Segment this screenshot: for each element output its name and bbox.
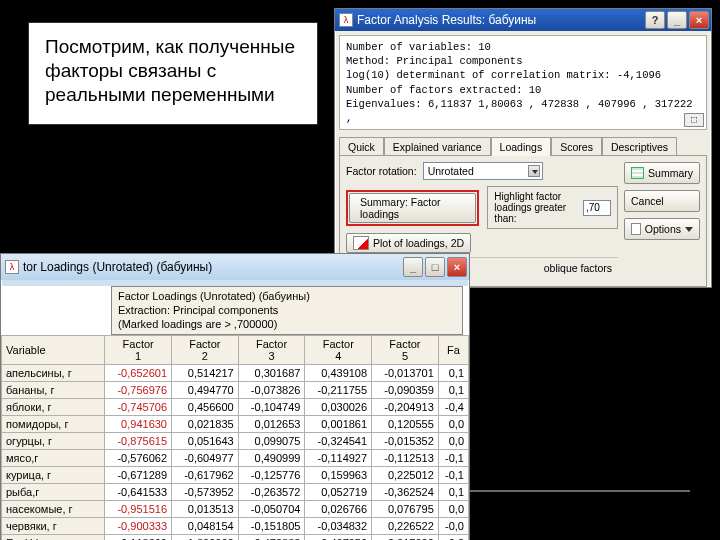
- cell[interactable]: -0,617962: [172, 467, 239, 484]
- cell[interactable]: -0,204913: [372, 399, 439, 416]
- cell[interactable]: -0,034832: [305, 518, 372, 535]
- cell[interactable]: 1,800062: [172, 535, 239, 540]
- table-row[interactable]: мясо,г-0,576062-0,6049770,490999-0,11492…: [2, 450, 469, 467]
- table-row[interactable]: курица, г-0,671289-0,617962-0,1257760,15…: [2, 467, 469, 484]
- cell[interactable]: 0,514217: [172, 365, 239, 382]
- cell[interactable]: 0,001861: [305, 416, 372, 433]
- cell[interactable]: -0,362524: [372, 484, 439, 501]
- cell[interactable]: -0,263572: [238, 484, 305, 501]
- cell[interactable]: 0,120555: [372, 416, 439, 433]
- cell[interactable]: 0,1: [438, 382, 468, 399]
- cell[interactable]: 0,1: [438, 484, 468, 501]
- tab-quick[interactable]: Quick: [339, 137, 384, 156]
- cell[interactable]: -0,756976: [105, 382, 172, 399]
- cell[interactable]: -0,015352: [372, 433, 439, 450]
- cell[interactable]: 0,439108: [305, 365, 372, 382]
- cell[interactable]: 0,494770: [172, 382, 239, 399]
- table-row[interactable]: Expl.Var6,1183691,8000620,4728880,407956…: [2, 535, 469, 540]
- table-row[interactable]: насекомые, г-0,9515160,013513-0,0507040,…: [2, 501, 469, 518]
- cell[interactable]: 0,941630: [105, 416, 172, 433]
- table-row[interactable]: червяки, г-0,9003330,048154-0,151805-0,0…: [2, 518, 469, 535]
- cell[interactable]: -0,324541: [305, 433, 372, 450]
- cell[interactable]: -0,151805: [238, 518, 305, 535]
- summary-button[interactable]: Summary: [624, 162, 700, 184]
- cell[interactable]: -0,0: [438, 518, 468, 535]
- help-button[interactable]: ?: [645, 11, 665, 29]
- info-line: Number of factors extracted: 10: [346, 83, 700, 97]
- cell[interactable]: 0,407956: [305, 535, 372, 540]
- maximize-button[interactable]: □: [425, 257, 445, 277]
- tab-explained-variance[interactable]: Explained variance: [384, 137, 491, 156]
- close-button[interactable]: ×: [447, 257, 467, 277]
- cell[interactable]: 0,472888: [238, 535, 305, 540]
- table-row[interactable]: бананы, г-0,7569760,494770-0,073826-0,21…: [2, 382, 469, 399]
- cell[interactable]: 0,021835: [172, 416, 239, 433]
- cell[interactable]: 0,301687: [238, 365, 305, 382]
- cell[interactable]: 0,456600: [172, 399, 239, 416]
- cell[interactable]: -0,112513: [372, 450, 439, 467]
- table-row[interactable]: апельсины, г-0,6526010,5142170,3016870,4…: [2, 365, 469, 382]
- cell[interactable]: 0,317222: [372, 535, 439, 540]
- tab-loadings[interactable]: Loadings: [491, 137, 552, 156]
- highlight-threshold-input[interactable]: [583, 200, 611, 216]
- cell[interactable]: -0,1: [438, 450, 468, 467]
- cell[interactable]: -0,013701: [372, 365, 439, 382]
- cell[interactable]: -0,745706: [105, 399, 172, 416]
- results-tabs: Quick Explained variance Loadings Scores…: [339, 136, 707, 155]
- cell[interactable]: 0,2: [438, 535, 468, 540]
- cell[interactable]: -0,4: [438, 399, 468, 416]
- rotation-combo[interactable]: Unrotated: [423, 162, 543, 180]
- table-row[interactable]: помидоры, г0,9416300,0218350,0126530,001…: [2, 416, 469, 433]
- tab-scores[interactable]: Scores: [551, 137, 602, 156]
- close-button[interactable]: ×: [689, 11, 709, 29]
- cell[interactable]: -0,604977: [172, 450, 239, 467]
- cell[interactable]: -0,875615: [105, 433, 172, 450]
- cell[interactable]: 0,0: [438, 501, 468, 518]
- cell[interactable]: 0,490999: [238, 450, 305, 467]
- cell[interactable]: 0,076795: [372, 501, 439, 518]
- cell[interactable]: -0,576062: [105, 450, 172, 467]
- table-row[interactable]: рыба,г-0,641533-0,573952-0,2635720,05271…: [2, 484, 469, 501]
- summary-factor-loadings-button[interactable]: Summary: Factor loadings: [349, 193, 476, 223]
- cell[interactable]: -0,1: [438, 467, 468, 484]
- cell[interactable]: -0,573952: [172, 484, 239, 501]
- cell[interactable]: -0,114927: [305, 450, 372, 467]
- minimize-button[interactable]: _: [667, 11, 687, 29]
- minimize-button[interactable]: _: [403, 257, 423, 277]
- cell[interactable]: -0,125776: [238, 467, 305, 484]
- cell[interactable]: 0,030026: [305, 399, 372, 416]
- cell[interactable]: 0,0: [438, 433, 468, 450]
- loadings-titlebar[interactable]: λ tor Loadings (Unrotated) (бабуины) _ □…: [1, 254, 469, 280]
- cell[interactable]: -0,671289: [105, 467, 172, 484]
- table-row[interactable]: яблоки, г-0,7457060,456600-0,1047490,030…: [2, 399, 469, 416]
- cell[interactable]: -0,900333: [105, 518, 172, 535]
- table-row[interactable]: огурцы, г-0,8756150,0516430,099075-0,324…: [2, 433, 469, 450]
- options-button[interactable]: Options: [624, 218, 700, 240]
- cell[interactable]: -0,104749: [238, 399, 305, 416]
- tab-descriptives[interactable]: Descriptives: [602, 137, 677, 156]
- cell[interactable]: 6,118369: [105, 535, 172, 540]
- cell[interactable]: 0,013513: [172, 501, 239, 518]
- cell[interactable]: -0,073826: [238, 382, 305, 399]
- cell[interactable]: -0,211755: [305, 382, 372, 399]
- results-titlebar[interactable]: λ Factor Analysis Results: бабуины ? _ ×: [335, 9, 711, 31]
- cell[interactable]: -0,951516: [105, 501, 172, 518]
- cell[interactable]: 0,099075: [238, 433, 305, 450]
- cell[interactable]: 0,012653: [238, 416, 305, 433]
- cell[interactable]: -0,050704: [238, 501, 305, 518]
- cell[interactable]: 0,048154: [172, 518, 239, 535]
- cell[interactable]: 0,026766: [305, 501, 372, 518]
- cell[interactable]: 0,051643: [172, 433, 239, 450]
- cell[interactable]: 0,225012: [372, 467, 439, 484]
- cell[interactable]: -0,652601: [105, 365, 172, 382]
- cell[interactable]: 0,226522: [372, 518, 439, 535]
- plot-loadings-2d-button[interactable]: Plot of loadings, 2D: [346, 233, 471, 253]
- cancel-button[interactable]: Cancel: [624, 190, 700, 212]
- cell[interactable]: 0,159963: [305, 467, 372, 484]
- cell[interactable]: 0,0: [438, 416, 468, 433]
- expand-icon[interactable]: ⬚: [684, 113, 704, 127]
- cell[interactable]: -0,641533: [105, 484, 172, 501]
- cell[interactable]: -0,090359: [372, 382, 439, 399]
- cell[interactable]: 0,1: [438, 365, 468, 382]
- cell[interactable]: 0,052719: [305, 484, 372, 501]
